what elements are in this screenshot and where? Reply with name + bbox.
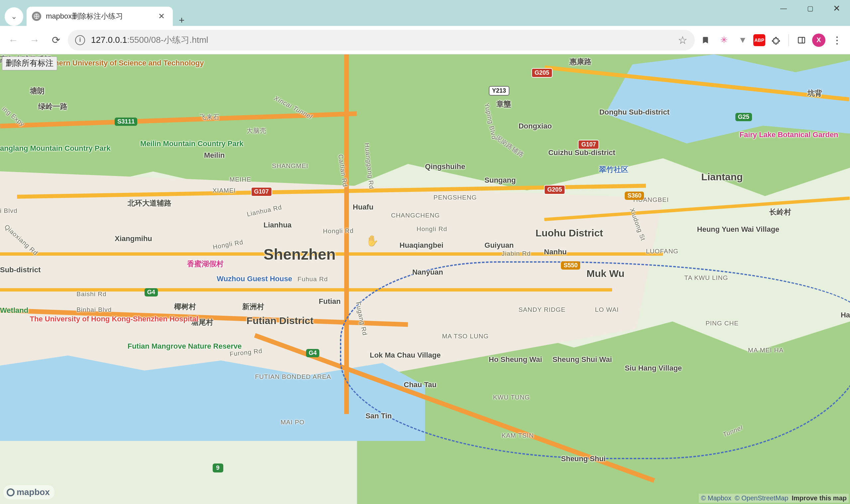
label-xmh: 香蜜湖假村 <box>187 259 224 269</box>
road-label-hongli: Hongli Rd <box>323 227 354 235</box>
mapbox-logo-text: mapbox <box>17 487 50 497</box>
shield-9: 9 <box>213 464 223 472</box>
shield-s550: S550 <box>561 261 580 270</box>
url-text: 127.0.0.1:5500/08-小练习.html <box>91 34 208 46</box>
label-fairylake: Fairy Lake Botanical Garden <box>739 131 838 139</box>
mapbox-logo-icon <box>7 488 15 497</box>
label-cz-cn: 翠竹社区 <box>599 165 628 175</box>
side-panel-icon[interactable] <box>794 32 810 48</box>
toolbar-separator <box>788 34 789 46</box>
label-yeshu: 椰树村 <box>174 302 196 312</box>
shield-s3111: S3111 <box>115 118 137 126</box>
label-tanglang: 塘朗 <box>30 86 45 96</box>
label-sut: Southern University of Science and Techn… <box>38 59 204 67</box>
road-label-hongli-e: Hongli Rd <box>416 226 447 233</box>
label-meilin: Meilin <box>204 151 225 160</box>
nav-reload-button[interactable]: ⟳ <box>47 31 65 50</box>
road-label-baishi: Baishi Rd <box>76 290 106 298</box>
label-danao: 大脑壳 <box>246 126 266 135</box>
browser-toolbar: ← → ⟳ i 127.0.0.1:5500/08-小练习.html ☆ ✳ ▼… <box>0 26 850 54</box>
shield-g25: G25 <box>735 113 752 121</box>
label-sungang: Sungang <box>485 176 516 185</box>
tabs-dropdown[interactable]: ⌄ <box>5 7 23 26</box>
nav-back-button[interactable]: ← <box>4 31 22 50</box>
label-takwuling: TA KWU LING <box>684 274 728 282</box>
road-label-fuhua: Fuhua Rd <box>297 275 328 283</box>
label-shangmei: SHANGMEI <box>272 162 308 170</box>
label-qingshuihe: Qingshuihe <box>425 162 465 171</box>
label-liantang: Liantang <box>701 171 743 183</box>
window-minimize-button[interactable]: — <box>770 0 797 17</box>
label-mameiha: MA MEI HA <box>748 347 783 354</box>
shield-g107-b: G107 <box>578 140 599 149</box>
label-wetland: Wetland <box>0 306 28 315</box>
label-pingche: PING CHE <box>706 320 739 327</box>
label-santin: San Tin <box>365 412 392 420</box>
label-lokmachau: Lok Ma Chau Village <box>370 351 441 359</box>
extensions-menu-icon[interactable] <box>768 32 784 48</box>
extension-abp-icon[interactable]: ABP <box>753 34 765 46</box>
label-chautau: Chau Tau <box>404 380 437 389</box>
label-xiangmihu: Xiangmihu <box>115 234 152 243</box>
label-luhu: 绿岭一路 <box>38 102 67 111</box>
browser-tab-active[interactable]: mapbox删除标注小练习 ✕ <box>27 7 173 26</box>
delete-all-markers-button[interactable]: 删除所有标注 <box>2 56 57 70</box>
label-hku: The University of Hong Kong-Shenzhen Hos… <box>30 315 198 323</box>
label-matsolung: MA TSO LUNG <box>442 333 489 340</box>
label-donghu: Donghu Sub-district <box>599 108 669 116</box>
profile-avatar[interactable]: X <box>812 34 826 47</box>
bookmark-star-icon[interactable]: ☆ <box>678 34 688 47</box>
label-heungyuen: Heung Yuen Wai Village <box>697 226 780 233</box>
extension-claude-icon[interactable]: ✳ <box>716 32 732 48</box>
address-bar[interactable]: i 127.0.0.1:5500/08-小练习.html ☆ <box>68 30 695 51</box>
label-ha: Ha <box>841 311 850 319</box>
arrow-right-icon: → <box>30 35 39 46</box>
label-huafu: Huafu <box>353 203 374 212</box>
reading-list-icon[interactable] <box>697 32 713 48</box>
shield-g205-b: G205 <box>544 185 565 195</box>
label-luohu: Luohu District <box>536 228 603 239</box>
nav-forward-button[interactable]: → <box>25 31 44 50</box>
label-sheungshui: Sheung Shui Wai <box>553 356 612 363</box>
label-zhangkeng: 章壟 <box>497 99 511 109</box>
attribution-mapbox-link[interactable]: © Mapbox <box>701 494 731 502</box>
label-sub: Sub-district <box>0 266 40 274</box>
road-label-blvd: i Blvd <box>0 207 17 215</box>
label-pengsheng: PENGSHENG <box>434 194 477 201</box>
label-mukwu: Muk Wu <box>587 268 624 279</box>
site-info-icon[interactable]: i <box>75 35 85 45</box>
mapbox-logo[interactable]: mapbox <box>3 485 54 499</box>
label-cuizhu: Cuizhu Sub-district <box>548 149 615 157</box>
label-tanglangpark: anglang Mountain Country Park <box>0 144 110 152</box>
window-close-button[interactable]: ✕ <box>823 0 850 17</box>
label-sheungshui2: Sheung Shui <box>561 454 605 463</box>
label-meihe: MEIHE <box>230 176 251 183</box>
label-beihuan: 北环大道辅路 <box>127 198 172 208</box>
extension-vue-icon[interactable]: ▼ <box>735 32 751 48</box>
label-kwutung: KWU TUNG <box>493 394 530 401</box>
road-label-binhai: Binhai Blvd <box>76 306 112 313</box>
attribution-improve-link[interactable]: Improve this map <box>792 494 847 502</box>
chevron-down-icon: ⌄ <box>11 12 17 21</box>
shield-g107-a: G107 <box>251 187 272 197</box>
mapbox-map[interactable]: 删除所有标注 Shenzhen Luohu District Futian Di… <box>0 54 850 504</box>
label-futianbonded: FUTIAN BONDED AREA <box>255 374 331 380</box>
label-wuzhou: Wuzhou Guest House <box>216 274 292 283</box>
label-nanhu: Nanhu <box>544 248 567 256</box>
browser-menu-button[interactable]: ⋮ <box>828 34 846 46</box>
label-dongxiao: Dongxiao <box>518 122 552 130</box>
label-meilinpark: Meilin Mountain Country Park <box>140 140 243 148</box>
tab-close-icon[interactable]: ✕ <box>156 10 168 22</box>
label-falai: 飞来石 <box>200 113 220 122</box>
label-luofang: LUOFANG <box>646 248 678 255</box>
label-lianhua: Lianhua <box>263 221 291 230</box>
label-huaqiangbei: Huaqiangbei <box>399 241 443 250</box>
tab-title: mapbox删除标注小练习 <box>46 11 151 21</box>
new-tab-button[interactable]: + <box>179 15 185 26</box>
shield-y213: Y213 <box>489 86 509 96</box>
shield-g4-b: G4 <box>306 349 319 357</box>
label-futian-district: Futian District <box>246 315 314 326</box>
window-maximize-button[interactable]: ▢ <box>797 0 823 17</box>
attribution-osm-link[interactable]: © OpenStreetMap <box>735 494 788 502</box>
map-attribution: © Mapbox © OpenStreetMap Improve this ma… <box>699 494 849 503</box>
